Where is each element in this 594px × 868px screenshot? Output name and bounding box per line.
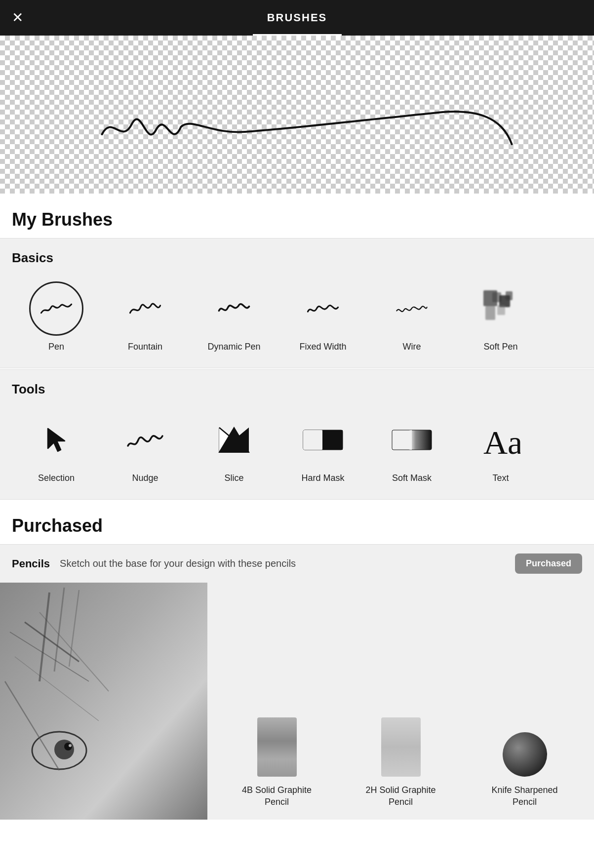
nudge-icon — [125, 425, 165, 455]
brush-item-softmask[interactable]: Soft Mask — [367, 409, 456, 487]
hardmask-label: Hard Mask — [301, 473, 344, 483]
fountain-icon — [128, 296, 162, 321]
pencils-header-row: Pencils Sketch out the base for your des… — [0, 545, 594, 583]
tools-row: Selection Nudge — [12, 409, 594, 487]
pencil-item-knife[interactable]: Knife SharpenedPencil — [480, 732, 569, 808]
soft-icon-plain — [474, 281, 528, 336]
my-brushes-title: My Brushes — [0, 194, 594, 238]
selection-icon-plain — [29, 413, 83, 467]
canvas-preview — [0, 36, 594, 194]
basics-title: Basics — [12, 250, 594, 266]
softmask-icon-plain — [385, 413, 439, 467]
dynamic-icon-plain — [207, 281, 261, 336]
fixed-icon — [306, 296, 340, 321]
brush-item-fountain[interactable]: Fountain — [101, 277, 190, 356]
svg-point-21 — [54, 740, 74, 759]
pencil-item-4b[interactable]: 4B Solid GraphitePencil — [233, 717, 321, 808]
knife-label: Knife SharpenedPencil — [491, 785, 557, 808]
svg-text:Aa: Aa — [483, 424, 520, 460]
brush-item-hardmask[interactable]: Hard Mask — [278, 409, 367, 487]
wire-icon-plain — [385, 281, 439, 336]
soft-label: Soft Pen — [483, 342, 517, 352]
svg-rect-14 — [303, 430, 323, 450]
brush-item-slice[interactable]: Slice — [190, 409, 278, 487]
svg-rect-4 — [497, 305, 505, 315]
fountain-icon-plain — [118, 281, 172, 336]
nudge-icon-plain — [118, 413, 172, 467]
pencil-item-2h[interactable]: 2H Solid GraphitePencil — [356, 717, 445, 808]
pen-label: Pen — [48, 342, 64, 352]
text-label: Text — [492, 473, 509, 483]
tools-title: Tools — [12, 382, 594, 397]
pencils-title: Pencils — [12, 557, 50, 570]
knife-swatch — [503, 732, 547, 777]
brush-item-soft[interactable]: Soft Pen — [456, 277, 545, 356]
svg-rect-19 — [0, 583, 207, 820]
purchased-button[interactable]: Purchased — [515, 553, 582, 574]
brush-item-selection[interactable]: Selection — [12, 409, 101, 487]
tools-group: Tools Selection Nudge — [0, 369, 594, 500]
pencil-preview-row: 4B Solid GraphitePencil 2H Solid Graphit… — [0, 583, 594, 820]
selection-label: Selection — [38, 473, 75, 483]
svg-point-23 — [69, 744, 72, 747]
softmask-icon — [390, 425, 434, 455]
purchased-section: Purchased — [0, 500, 594, 544]
selection-icon — [39, 423, 74, 457]
brush-item-nudge[interactable]: Nudge — [101, 409, 190, 487]
pen-icon-wrap — [29, 281, 83, 336]
brush-item-dynamic[interactable]: Dynamic Pen — [190, 277, 278, 356]
fixed-label: Fixed Width — [299, 342, 346, 352]
text-icon-plain: Aa — [474, 413, 528, 467]
svg-rect-1 — [485, 306, 495, 320]
fixed-icon-plain — [296, 281, 350, 336]
pencil-items-row: 4B Solid GraphitePencil 2H Solid Graphit… — [207, 583, 594, 820]
basics-row: Pen Fountain Dynamic Pen — [12, 277, 594, 356]
2h-label: 2H Solid GraphitePencil — [365, 785, 436, 808]
wire-label: Wire — [403, 342, 421, 352]
slice-icon-plain — [207, 413, 261, 467]
brush-stroke-preview — [0, 36, 594, 194]
pencils-desc: Sketch out the base for your design with… — [60, 558, 505, 569]
dynamic-icon — [217, 296, 251, 321]
soft-pen-icon — [478, 286, 523, 331]
slice-label: Slice — [224, 473, 243, 483]
pencils-section: Pencils Sketch out the base for your des… — [0, 544, 594, 820]
hardmask-icon — [301, 425, 345, 455]
my-brushes-section: My Brushes — [0, 194, 594, 238]
softmask-label: Soft Mask — [392, 473, 432, 483]
pencil-artwork — [0, 583, 207, 820]
dynamic-label: Dynamic Pen — [207, 342, 260, 352]
svg-rect-5 — [506, 291, 513, 300]
purchased-title: Purchased — [0, 500, 594, 544]
brush-item-fixed[interactable]: Fixed Width — [278, 277, 367, 356]
pen-icon — [39, 296, 74, 321]
close-button[interactable]: ✕ — [12, 11, 23, 25]
app-header: ✕ BRUSHES — [0, 0, 594, 36]
wire-icon — [395, 296, 429, 321]
brush-item-wire[interactable]: Wire — [367, 277, 456, 356]
4b-swatch — [257, 717, 297, 777]
pencil-art-svg — [0, 583, 207, 820]
brush-item-text[interactable]: Aa Text — [456, 409, 545, 487]
4b-label: 4B Solid GraphitePencil — [242, 785, 312, 808]
slice-icon — [214, 423, 254, 457]
2h-swatch — [381, 717, 421, 777]
brush-item-pen[interactable]: Pen — [12, 277, 101, 356]
svg-rect-15 — [322, 430, 343, 450]
basics-group: Basics Pen Fountain — [0, 238, 594, 368]
header-title: BRUSHES — [267, 11, 327, 24]
hardmask-icon-plain — [296, 413, 350, 467]
text-icon: Aa — [481, 420, 520, 460]
fountain-label: Fountain — [128, 342, 162, 352]
nudge-label: Nudge — [132, 473, 158, 483]
